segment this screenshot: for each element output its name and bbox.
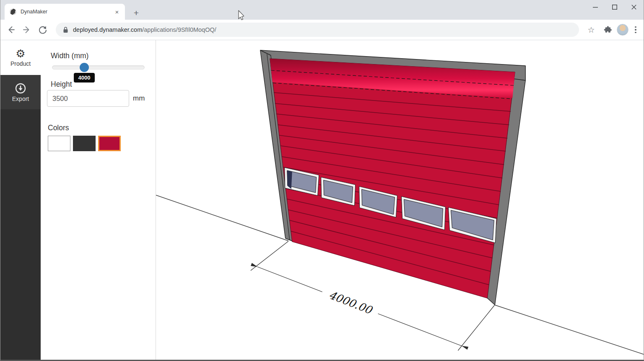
- swatch-red-selected[interactable]: [98, 136, 121, 151]
- 3d-viewport[interactable]: 4000.00: [156, 40, 644, 360]
- color-swatches: [48, 136, 121, 151]
- width-slider-track[interactable]: [52, 65, 145, 70]
- app-content: ⚙ Product Export Width (mm) 4000 Height: [0, 40, 644, 360]
- product-label: Product: [10, 60, 31, 67]
- tab-title: DynaMaker: [21, 9, 113, 15]
- window-controls: [586, 0, 644, 14]
- swatch-white[interactable]: [48, 136, 70, 151]
- browser-tab[interactable]: DynaMaker ×: [5, 4, 125, 20]
- sidebar-item-export[interactable]: Export: [0, 75, 41, 109]
- back-arrow-icon: [6, 25, 16, 34]
- width-label: Width (mm): [51, 52, 88, 60]
- lock-icon: [62, 26, 69, 34]
- new-tab-button[interactable]: +: [130, 7, 142, 19]
- height-unit: mm: [133, 94, 145, 103]
- forward-button[interactable]: [20, 23, 34, 37]
- close-icon: [631, 5, 636, 10]
- globe-favicon-icon: [10, 8, 16, 15]
- extensions-button[interactable]: [600, 23, 614, 37]
- url-domain: deployed.dynamaker.com: [73, 26, 142, 33]
- maximize-button[interactable]: [605, 0, 624, 14]
- gear-icon: ⚙: [16, 48, 25, 59]
- browser-window: DynaMaker × +: [0, 0, 644, 361]
- bookmark-star-icon[interactable]: ☆: [585, 25, 597, 35]
- profile-avatar[interactable]: [617, 24, 628, 36]
- forward-arrow-icon: [22, 25, 31, 34]
- back-button[interactable]: [4, 23, 18, 37]
- export-label: Export: [12, 95, 29, 102]
- minimize-icon: [593, 5, 598, 10]
- download-icon: [15, 83, 26, 94]
- toolbar-right: ☆: [585, 23, 640, 37]
- browser-menu-icon[interactable]: [631, 25, 640, 35]
- close-tab-icon[interactable]: ×: [113, 8, 121, 15]
- height-input[interactable]: [47, 90, 129, 107]
- reload-button[interactable]: [36, 23, 50, 37]
- configurator-panel: Width (mm) 4000 Height mm Colors: [41, 40, 156, 360]
- swatch-dark-gray[interactable]: [73, 136, 96, 151]
- tab-strip: DynaMaker × +: [0, 0, 644, 20]
- extensions-puzzle-icon: [602, 25, 612, 34]
- app-sidebar: ⚙ Product Export: [0, 40, 41, 360]
- url-text: deployed.dynamaker.com/applications/9SfI…: [73, 26, 216, 33]
- colors-label: Colors: [48, 124, 69, 132]
- maximize-icon: [612, 5, 617, 10]
- url-path: /applications/9SfIl0MoqOQ/: [142, 26, 216, 33]
- browser-toolbar: deployed.dynamaker.com/applications/9SfI…: [0, 20, 644, 40]
- height-row: mm: [47, 90, 145, 107]
- width-slider-tooltip: 4000: [74, 73, 95, 83]
- reload-icon: [38, 25, 47, 34]
- width-slider-handle[interactable]: [80, 63, 89, 72]
- minimize-button[interactable]: [586, 0, 605, 14]
- close-window-button[interactable]: [624, 0, 644, 14]
- height-label: Height: [51, 80, 72, 89]
- dimension-label: 4000.00: [327, 289, 374, 317]
- sidebar-item-product[interactable]: ⚙ Product: [0, 40, 41, 75]
- url-bar[interactable]: deployed.dynamaker.com/applications/9SfI…: [56, 23, 579, 37]
